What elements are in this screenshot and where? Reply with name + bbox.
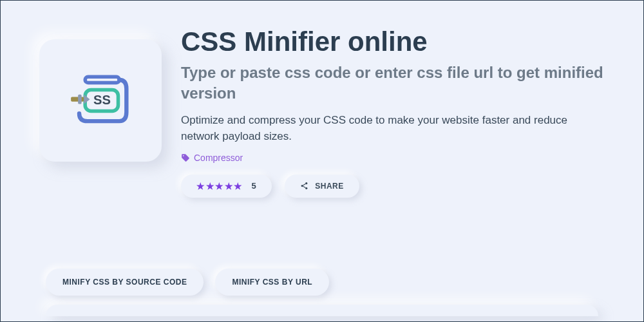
svg-rect-4 [78, 95, 82, 104]
tag-icon [181, 153, 190, 162]
page-description: Optimize and compress your CSS code to m… [181, 112, 605, 145]
rating-value: 5 [252, 181, 257, 191]
actions-row: ★ ★ ★ ★ ★ 5 SHARE [181, 175, 605, 198]
page-title: CSS Minifier online [181, 26, 605, 57]
header-row: SS CSS Minifier online Type or paste css… [39, 26, 605, 198]
page-container: SS CSS Minifier online Type or paste css… [1, 1, 643, 316]
svg-point-7 [301, 185, 303, 187]
mode-tabs: MINIFY CSS BY SOURCE CODE MINIFY CSS BY … [46, 269, 605, 296]
svg-rect-3 [71, 97, 84, 102]
stars-display: ★ ★ ★ ★ ★ [196, 181, 243, 191]
star-icon: ★ [234, 181, 243, 191]
share-icon [300, 182, 308, 190]
page-subtitle: Type or paste css code or enter css file… [181, 62, 605, 104]
tool-icon-card: SS [39, 39, 162, 162]
rating-pill[interactable]: ★ ★ ★ ★ ★ 5 [181, 175, 272, 198]
svg-point-8 [305, 187, 307, 189]
star-icon: ★ [206, 181, 215, 191]
tag-row: Compressor [181, 153, 605, 163]
tab-source-code[interactable]: MINIFY CSS BY SOURCE CODE [46, 269, 204, 296]
css-clamp-icon: SS [65, 65, 136, 136]
header-content: CSS Minifier online Type or paste css co… [181, 26, 605, 198]
share-label: SHARE [315, 182, 344, 191]
svg-text:SS: SS [93, 93, 111, 107]
star-icon: ★ [196, 181, 205, 191]
star-icon: ★ [225, 181, 234, 191]
svg-rect-0 [85, 77, 119, 82]
tab-by-url[interactable]: MINIFY CSS BY URL [215, 269, 329, 296]
category-tag-link[interactable]: Compressor [194, 153, 243, 163]
star-icon: ★ [215, 181, 224, 191]
editor-surface [46, 305, 598, 316]
share-button[interactable]: SHARE [285, 175, 359, 198]
svg-point-6 [305, 182, 307, 184]
